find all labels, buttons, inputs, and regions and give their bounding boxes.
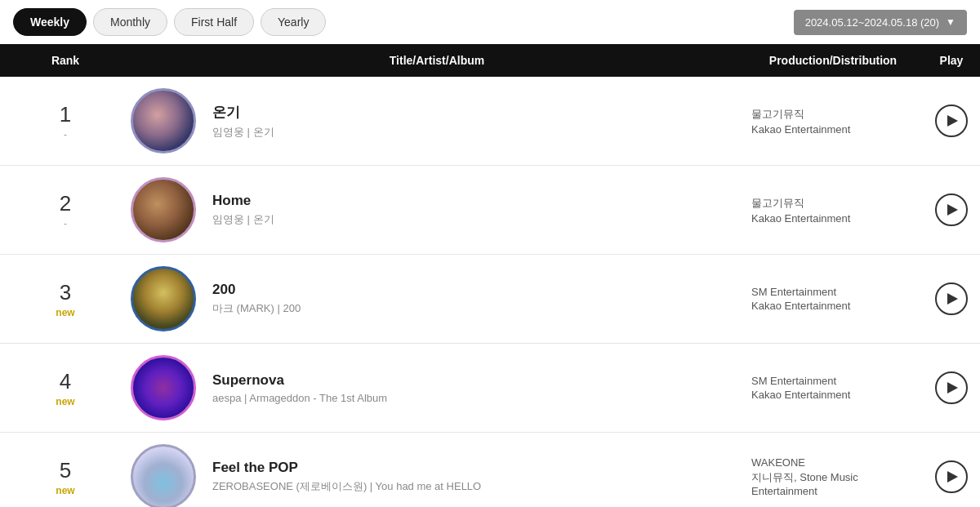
play-icon xyxy=(947,471,958,483)
rank-change: - xyxy=(64,129,67,140)
track-artist-album: 마크 (MARK) | 200 xyxy=(212,301,743,316)
track-artist-album: aespa | Armageddon - The 1st Album xyxy=(212,392,743,404)
table-row: 3 new 200 마크 (MARK) | 200 SM Entertainme… xyxy=(0,255,980,344)
header-production: Production/Distribution xyxy=(743,54,923,67)
nav-yearly-button[interactable]: Yearly xyxy=(261,8,326,36)
table-row: 2 - Home 임영웅 | 온기 물고기뮤직 Kakao Entertainm… xyxy=(0,166,980,255)
production-cell: SM Entertainment Kakao Entertainment xyxy=(743,286,923,312)
play-icon xyxy=(947,115,958,127)
production-cell: 물고기뮤직 Kakao Entertainment xyxy=(743,196,923,225)
track-title: Home xyxy=(212,193,743,209)
track-info: 온기 임영웅 | 온기 xyxy=(212,103,743,140)
track-title: Feel the POP xyxy=(212,460,743,476)
production-line2: 지니뮤직, Stone Music Entertainment xyxy=(751,470,915,497)
production-line1: SM Entertainment xyxy=(751,286,915,298)
play-button[interactable] xyxy=(935,193,968,226)
track-title: 200 xyxy=(212,282,743,298)
rank-cell: 5 new xyxy=(0,458,131,496)
play-icon xyxy=(947,382,958,394)
rank-cell: 3 new xyxy=(0,280,131,318)
play-cell xyxy=(923,460,980,493)
production-line1: WAKEONE xyxy=(751,456,915,469)
rank-number: 5 xyxy=(60,458,71,483)
rank-cell: 1 - xyxy=(0,102,131,140)
date-range-label: 2024.05.12~2024.05.18 (20) xyxy=(805,16,939,29)
play-button[interactable] xyxy=(935,371,968,404)
production-cell: SM Entertainment Kakao Entertainment xyxy=(743,375,923,401)
top-navigation: Weekly Monthly First Half Yearly 2024.05… xyxy=(0,0,980,44)
production-line2: Kakao Entertainment xyxy=(751,389,915,401)
play-button[interactable] xyxy=(935,282,968,315)
play-cell xyxy=(923,282,980,315)
track-title: Supernova xyxy=(212,372,743,389)
album-art xyxy=(131,266,196,331)
track-list: 1 - 온기 임영웅 | 온기 물고기뮤직 Kakao Entertainmen… xyxy=(0,77,980,507)
track-title: 온기 xyxy=(212,103,743,122)
rank-number: 3 xyxy=(60,280,71,305)
rank-cell: 2 - xyxy=(0,191,131,229)
play-button[interactable] xyxy=(935,105,968,137)
production-cell: WAKEONE 지니뮤직, Stone Music Entertainment xyxy=(743,456,923,497)
album-art xyxy=(131,355,196,420)
play-icon xyxy=(947,293,958,305)
production-line1: 물고기뮤직 xyxy=(751,107,915,122)
track-info: 200 마크 (MARK) | 200 xyxy=(212,282,743,316)
nav-first-half-button[interactable]: First Half xyxy=(174,8,254,36)
album-art xyxy=(131,444,196,507)
play-button[interactable] xyxy=(935,460,968,493)
track-artist-album: 임영웅 | 온기 xyxy=(212,125,743,140)
track-info: Home 임영웅 | 온기 xyxy=(212,193,743,227)
rank-change: - xyxy=(64,218,67,229)
play-cell xyxy=(923,105,980,137)
play-icon xyxy=(947,204,958,216)
table-row: 1 - 온기 임영웅 | 온기 물고기뮤직 Kakao Entertainmen… xyxy=(0,77,980,166)
date-range-arrow: ▼ xyxy=(946,16,956,28)
play-cell xyxy=(923,371,980,404)
date-range-selector[interactable]: 2024.05.12~2024.05.18 (20) ▼ xyxy=(794,10,967,35)
rank-number: 2 xyxy=(60,191,71,216)
header-rank: Rank xyxy=(0,54,131,67)
table-row: 5 new Feel the POP ZEROBASEONE (제로베이스원) … xyxy=(0,433,980,507)
header-play: Play xyxy=(923,54,980,67)
track-info: Supernova aespa | Armageddon - The 1st A… xyxy=(212,372,743,404)
album-art xyxy=(131,88,196,153)
nav-monthly-button[interactable]: Monthly xyxy=(93,8,167,36)
rank-change: new xyxy=(56,485,74,496)
track-artist-album: ZEROBASEONE (제로베이스원) | You had me at HEL… xyxy=(212,479,743,494)
header-title: Title/Artist/Album xyxy=(131,54,743,67)
track-artist-album: 임영웅 | 온기 xyxy=(212,212,743,227)
production-line1: 물고기뮤직 xyxy=(751,196,915,211)
rank-cell: 4 new xyxy=(0,369,131,407)
nav-weekly-button[interactable]: Weekly xyxy=(13,8,87,36)
play-cell xyxy=(923,193,980,226)
rank-change: new xyxy=(56,307,74,318)
table-header: Rank Title/Artist/Album Production/Distr… xyxy=(0,44,980,77)
album-art xyxy=(131,177,196,242)
production-line2: Kakao Entertainment xyxy=(751,212,915,225)
production-line2: Kakao Entertainment xyxy=(751,300,915,312)
rank-change: new xyxy=(56,396,74,407)
table-row: 4 new Supernova aespa | Armageddon - The… xyxy=(0,344,980,433)
rank-number: 4 xyxy=(60,369,71,394)
production-cell: 물고기뮤직 Kakao Entertainment xyxy=(743,107,923,136)
production-line1: SM Entertainment xyxy=(751,375,915,387)
track-info: Feel the POP ZEROBASEONE (제로베이스원) | You … xyxy=(212,460,743,494)
production-line2: Kakao Entertainment xyxy=(751,123,915,136)
rank-number: 1 xyxy=(60,102,71,127)
